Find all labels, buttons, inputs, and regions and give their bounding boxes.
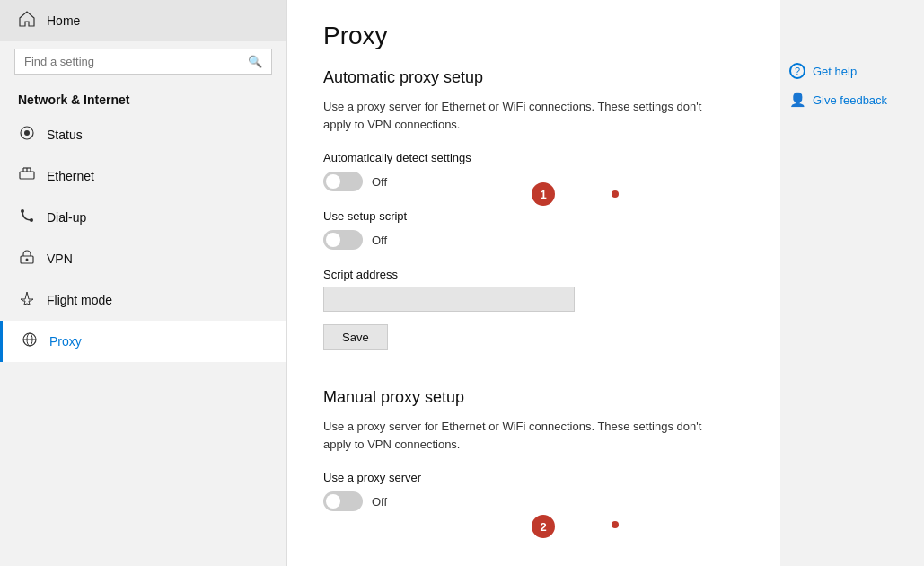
script-address-label: Script address — [323, 268, 744, 281]
dialup-icon — [18, 208, 36, 227]
sidebar-item-dialup[interactable]: Dial-up — [0, 197, 286, 238]
svg-point-7 — [21, 209, 24, 213]
give-feedback-icon: 👤 — [789, 92, 805, 108]
search-box[interactable]: 🔍 — [14, 49, 272, 75]
get-help-label: Get help — [813, 65, 857, 78]
use-script-state: Off — [372, 234, 387, 247]
manual-proxy-section-title: Manual proxy setup — [323, 388, 744, 407]
content-wrapper: 1 2 Proxy Automatic proxy setup Use a pr… — [287, 0, 924, 566]
sidebar-proxy-label: Proxy — [49, 334, 82, 349]
use-script-toggle-row: Off — [323, 230, 744, 250]
sidebar-item-proxy[interactable]: Proxy — [0, 321, 286, 362]
annotation-dot-1 — [612, 190, 619, 198]
auto-proxy-section-desc: Use a proxy server for Ethernet or WiFi … — [323, 98, 709, 133]
svg-point-8 — [30, 218, 33, 222]
sidebar-flightmode-label: Flight mode — [47, 293, 112, 307]
auto-detect-state: Off — [372, 175, 387, 189]
give-feedback-label: Give feedback — [813, 93, 887, 107]
sidebar-dialup-label: Dial-up — [47, 210, 86, 225]
use-proxy-toggle[interactable] — [323, 491, 363, 511]
status-icon — [18, 125, 36, 145]
get-help-link[interactable]: ? Get help — [789, 63, 924, 79]
sidebar-status-label: Status — [47, 128, 83, 142]
annotation-2: 2 — [532, 515, 555, 538]
sidebar-home-label: Home — [47, 13, 80, 28]
sidebar-vpn-label: VPN — [47, 252, 73, 266]
use-script-label: Use setup script — [323, 209, 744, 223]
svg-point-10 — [26, 259, 29, 261]
vpn-icon — [18, 249, 36, 269]
give-feedback-link[interactable]: 👤 Give feedback — [789, 92, 924, 108]
script-address-input[interactable] — [323, 287, 575, 312]
right-panel: ? Get help 👤 Give feedback — [780, 0, 924, 566]
manual-proxy-section-desc: Use a proxy server for Ethernet or WiFi … — [323, 418, 709, 453]
annotation-dot-2 — [612, 521, 619, 528]
ethernet-icon — [18, 166, 36, 186]
use-proxy-label: Use a proxy server — [323, 471, 744, 484]
sidebar-item-home[interactable]: Home — [0, 0, 286, 41]
proxy-icon — [21, 332, 39, 351]
sidebar-item-ethernet[interactable]: Ethernet — [0, 155, 286, 197]
auto-detect-toggle[interactable] — [323, 172, 363, 191]
sidebar-item-flightmode[interactable]: Flight mode — [0, 279, 286, 321]
save-button[interactable]: Save — [323, 324, 388, 350]
sidebar-item-status[interactable]: Status — [0, 114, 286, 155]
use-script-toggle[interactable] — [323, 230, 363, 250]
auto-detect-label: Automatically detect settings — [323, 151, 744, 164]
main-content: Proxy Automatic proxy setup Use a proxy … — [287, 0, 780, 566]
get-help-icon: ? — [789, 63, 805, 79]
sidebar: Home 🔍 Network & Internet Status Etherne… — [0, 0, 287, 566]
svg-rect-2 — [20, 172, 34, 179]
search-icon: 🔍 — [248, 55, 262, 68]
auto-proxy-section-title: Automatic proxy setup — [323, 68, 744, 87]
sidebar-ethernet-label: Ethernet — [47, 169, 94, 183]
svg-point-1 — [24, 130, 30, 136]
use-proxy-state: Off — [372, 495, 387, 509]
annotation-1: 1 — [532, 182, 555, 206]
home-icon — [18, 11, 36, 31]
use-proxy-toggle-row: Off — [323, 491, 744, 511]
sidebar-section-title: Network & Internet — [0, 82, 286, 114]
page-title: Proxy — [323, 22, 744, 50]
flightmode-icon — [18, 290, 36, 310]
sidebar-item-vpn[interactable]: VPN — [0, 238, 286, 279]
search-input[interactable] — [24, 55, 248, 68]
